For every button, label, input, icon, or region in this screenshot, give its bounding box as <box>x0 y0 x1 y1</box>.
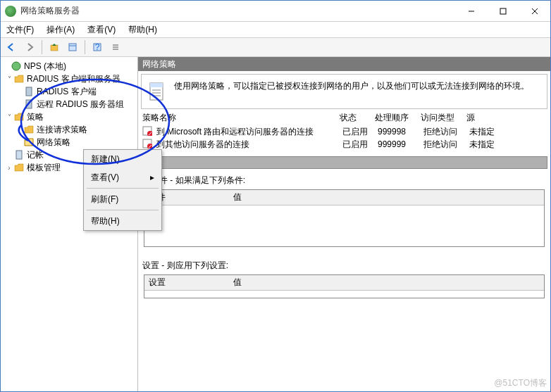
divider-band <box>141 156 547 169</box>
svg-rect-13 <box>26 87 32 96</box>
ctx-view[interactable]: 查看(V)▸ <box>84 168 161 186</box>
svg-rect-5 <box>69 44 76 51</box>
menu-bar: 文件(F) 操作(A) 查看(V) 帮助(H) <box>1 22 550 37</box>
col-access[interactable]: 访问类型 <box>421 110 466 125</box>
folder-icon <box>23 124 35 135</box>
tree-policy[interactable]: ˅策略 <box>1 110 137 123</box>
menu-view[interactable]: 查看(V) <box>85 23 118 37</box>
svg-rect-4 <box>51 45 58 51</box>
settings-body <box>144 291 544 298</box>
title-bar: 网络策略服务器 <box>1 1 550 22</box>
content-panel: 网络策略 使用网络策略，可以指定已被授权连接到网络的用户，以及他们可以或无法连接… <box>138 57 550 391</box>
tree-root[interactable]: NPS (本地) <box>1 60 137 72</box>
minimize-button[interactable] <box>455 1 487 21</box>
tree-radius-client[interactable]: RADIUS 客户端 <box>1 85 137 98</box>
book-icon <box>13 149 25 160</box>
properties-button[interactable] <box>65 39 80 55</box>
forward-button[interactable] <box>22 39 37 55</box>
tree-radius-remote[interactable]: 远程 RADIUS 服务器组 <box>1 98 137 110</box>
svg-point-12 <box>12 62 20 70</box>
server-icon <box>23 99 35 110</box>
server-icon <box>23 86 35 97</box>
col-value[interactable]: 值 <box>229 275 246 290</box>
back-button[interactable] <box>4 39 19 55</box>
menu-action[interactable]: 操作(A) <box>44 23 78 37</box>
folder-open-icon <box>23 137 35 148</box>
col-order[interactable]: 处理顺序 <box>375 110 421 125</box>
folder-icon <box>13 111 25 122</box>
ctx-help[interactable]: 帮助(H) <box>84 212 161 230</box>
info-text: 使用网络策略，可以指定已被授权连接到网络的用户，以及他们可以或无法连接到网络的环… <box>174 80 529 92</box>
col-name[interactable]: 策略名称 <box>142 110 340 125</box>
column-headers: 策略名称 状态 处理顺序 访问类型 源 <box>138 110 550 125</box>
close-button[interactable] <box>519 1 550 21</box>
deny-icon <box>142 126 154 137</box>
conditions-table: 条件 值 <box>144 189 545 247</box>
conditions-body <box>144 206 544 246</box>
col-value[interactable]: 值 <box>229 190 246 205</box>
settings-table: 设置 值 <box>144 274 545 298</box>
help-button[interactable]: ? <box>89 39 105 55</box>
svg-text:?: ? <box>95 42 100 52</box>
app-window: 网络策略服务器 文件(F) 操作(A) 查看(V) 帮助(H) ? NPS (本… <box>0 0 551 392</box>
info-banner: 使用网络策略，可以指定已被授权连接到网络的用户，以及他们可以或无法连接到网络的环… <box>141 74 547 109</box>
toolbar: ? <box>1 37 550 57</box>
ctx-new[interactable]: 新建(N) <box>84 150 161 168</box>
svg-rect-14 <box>26 100 32 108</box>
folder-icon <box>13 162 25 173</box>
list-button[interactable] <box>108 39 123 55</box>
policy-icon <box>146 80 168 103</box>
maximize-button[interactable] <box>487 1 519 21</box>
chevron-right-icon: ▸ <box>150 172 154 182</box>
folder-icon <box>13 73 25 84</box>
up-button[interactable] <box>47 39 62 55</box>
watermark: @51CTO博客 <box>494 377 547 389</box>
table-row[interactable]: 到其他访问服务器的连接 已启用 999999 拒绝访问 未指定 <box>138 138 550 151</box>
svg-rect-17 <box>150 83 163 87</box>
settings-title: 设置 - 则应用下列设置: <box>138 254 550 274</box>
app-icon <box>5 6 16 17</box>
context-menu: 新建(N) 查看(V)▸ 刷新(F) 帮助(H) <box>83 149 162 231</box>
tree-radius[interactable]: ˅RADIUS 客户端和服务器 <box>1 72 137 85</box>
col-source[interactable]: 源 <box>466 110 509 125</box>
tree-panel: NPS (本地) ˅RADIUS 客户端和服务器 RADIUS 客户端 远程 R… <box>1 57 138 391</box>
menu-file[interactable]: 文件(F) <box>4 23 37 37</box>
menu-help[interactable]: 帮助(H) <box>125 23 160 37</box>
content-header: 网络策略 <box>138 57 550 71</box>
tree-conn-req[interactable]: 连接请求策略 <box>1 123 137 136</box>
ctx-refresh[interactable]: 刷新(F) <box>84 190 161 208</box>
conditions-title: ▾条件 - 如果满足下列条件: <box>138 169 550 189</box>
window-title: 网络策略服务器 <box>20 5 455 17</box>
svg-rect-15 <box>16 151 22 159</box>
col-setting[interactable]: 设置 <box>144 275 229 290</box>
table-row[interactable]: 到 Microsoft 路由和远程访问服务器的连接 已启用 999998 拒绝访… <box>138 125 550 138</box>
col-status[interactable]: 状态 <box>340 110 375 125</box>
svg-rect-1 <box>500 8 506 14</box>
nps-icon <box>11 61 22 72</box>
tree-net-policy[interactable]: 网络策略 <box>1 136 137 148</box>
deny-icon <box>142 139 154 150</box>
